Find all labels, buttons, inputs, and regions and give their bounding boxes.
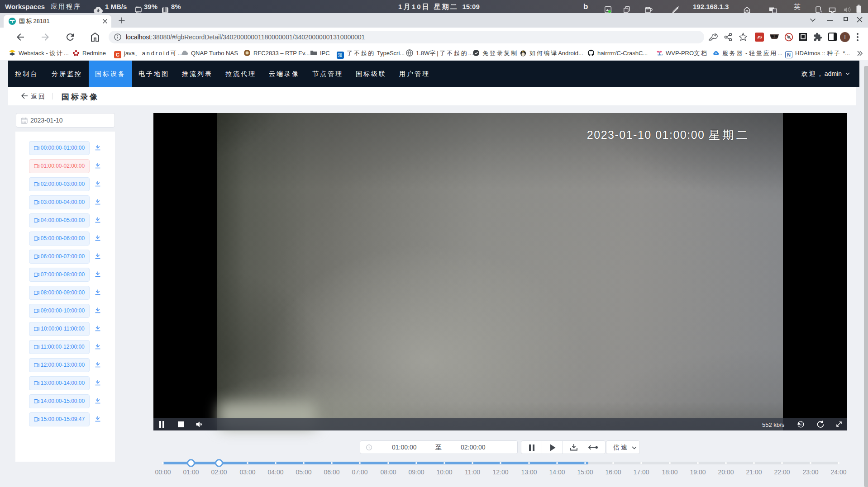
svg-text:WVP-PRO: WVP-PRO <box>658 54 663 56</box>
